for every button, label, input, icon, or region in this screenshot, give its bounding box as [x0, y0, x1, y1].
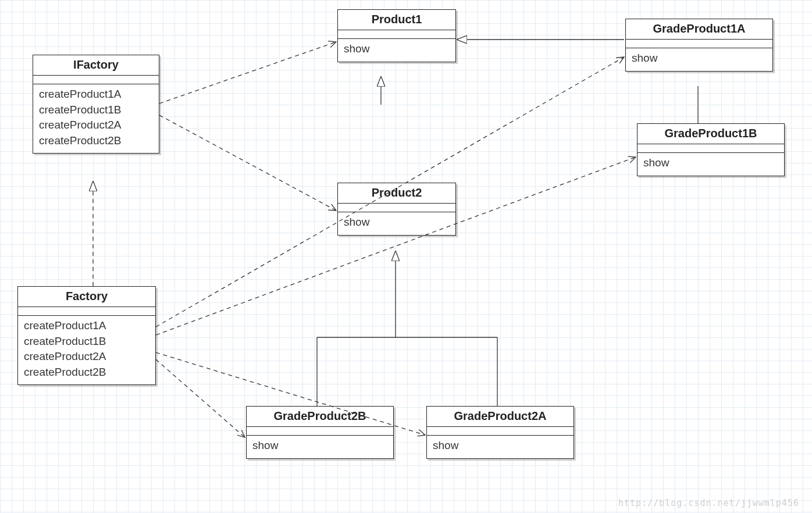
- class-gradeproduct2a: GradeProduct2A show: [426, 406, 574, 459]
- class-title: Product1: [338, 10, 455, 30]
- method-item: createProduct2B: [39, 133, 153, 149]
- method-item: createProduct1B: [39, 102, 153, 118]
- class-title: GradeProduct1B: [638, 124, 784, 144]
- class-methods: show: [338, 212, 455, 235]
- class-attributes: [33, 76, 159, 84]
- diagram-canvas: IFactory createProduct1A createProduct1B…: [0, 0, 812, 513]
- class-title: GradeProduct1A: [626, 19, 772, 40]
- class-product2: Product2 show: [337, 183, 456, 236]
- class-title: GradeProduct2A: [427, 407, 574, 427]
- class-attributes: [247, 427, 393, 436]
- method-item: createProduct2A: [39, 117, 153, 133]
- method-item: createProduct2A: [24, 349, 149, 365]
- dependency-ifactory-product1: [159, 42, 336, 104]
- method-item: createProduct1A: [24, 318, 149, 334]
- class-title: IFactory: [33, 55, 159, 76]
- watermark-text: http://blog.csdn.net/jjwwmlp456: [618, 498, 799, 508]
- dependency-factory-gradeproduct2b: [156, 359, 245, 437]
- method-item: show: [643, 155, 778, 171]
- method-item: show: [252, 438, 387, 454]
- class-attributes: [427, 427, 574, 436]
- class-title: Factory: [18, 287, 155, 307]
- class-factory: Factory createProduct1A createProduct1B …: [17, 286, 156, 385]
- method-item: createProduct1A: [39, 87, 153, 102]
- class-attributes: [626, 40, 772, 48]
- method-item: createProduct2B: [24, 365, 149, 380]
- class-gradeproduct1b: GradeProduct1B show: [637, 123, 785, 176]
- class-attributes: [638, 144, 784, 153]
- class-gradeproduct2b: GradeProduct2B show: [246, 406, 394, 459]
- class-attributes: [338, 30, 455, 39]
- class-title: GradeProduct2B: [247, 407, 393, 427]
- method-item: show: [632, 51, 767, 66]
- class-methods: createProduct1A createProduct1B createPr…: [18, 316, 155, 384]
- class-attributes: [338, 204, 455, 212]
- class-title: Product2: [338, 183, 455, 204]
- class-methods: show: [626, 48, 772, 71]
- class-gradeproduct1a: GradeProduct1A show: [625, 19, 773, 72]
- class-methods: show: [338, 39, 455, 62]
- class-product1: Product1 show: [337, 9, 456, 62]
- class-ifactory: IFactory createProduct1A createProduct1B…: [33, 55, 159, 154]
- class-methods: show: [427, 436, 574, 458]
- class-attributes: [18, 307, 155, 316]
- class-methods: createProduct1A createProduct1B createPr…: [33, 84, 159, 153]
- class-methods: show: [638, 153, 784, 176]
- method-item: show: [433, 438, 568, 454]
- dependency-ifactory-product2: [159, 115, 336, 211]
- method-item: createProduct1B: [24, 334, 149, 350]
- method-item: show: [344, 41, 450, 57]
- class-methods: show: [247, 436, 393, 458]
- method-item: show: [344, 215, 450, 230]
